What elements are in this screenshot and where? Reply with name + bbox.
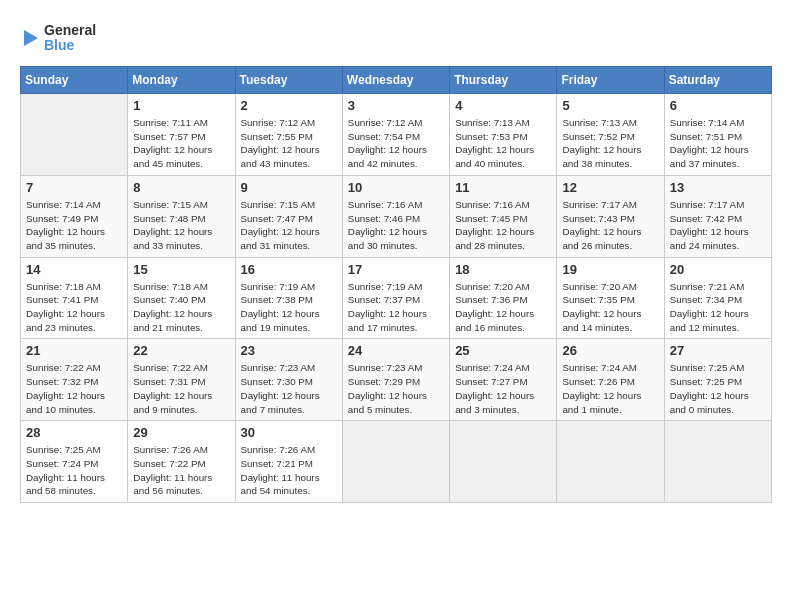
day-number: 22 [133, 343, 229, 358]
day-number: 25 [455, 343, 551, 358]
calendar-cell [557, 421, 664, 503]
calendar-cell: 30Sunrise: 7:26 AMSunset: 7:21 PMDayligh… [235, 421, 342, 503]
calendar-cell: 20Sunrise: 7:21 AMSunset: 7:34 PMDayligh… [664, 257, 771, 339]
calendar-cell: 3Sunrise: 7:12 AMSunset: 7:54 PMDaylight… [342, 94, 449, 176]
calendar-cell: 21Sunrise: 7:22 AMSunset: 7:32 PMDayligh… [21, 339, 128, 421]
day-info: Sunrise: 7:11 AMSunset: 7:57 PMDaylight:… [133, 116, 229, 171]
day-info: Sunrise: 7:13 AMSunset: 7:53 PMDaylight:… [455, 116, 551, 171]
day-info: Sunrise: 7:20 AMSunset: 7:35 PMDaylight:… [562, 280, 658, 335]
day-number: 8 [133, 180, 229, 195]
day-info: Sunrise: 7:12 AMSunset: 7:54 PMDaylight:… [348, 116, 444, 171]
calendar-week-3: 14Sunrise: 7:18 AMSunset: 7:41 PMDayligh… [21, 257, 772, 339]
logo-line2: Blue [44, 38, 96, 53]
calendar-cell: 14Sunrise: 7:18 AMSunset: 7:41 PMDayligh… [21, 257, 128, 339]
calendar-cell: 17Sunrise: 7:19 AMSunset: 7:37 PMDayligh… [342, 257, 449, 339]
day-number: 28 [26, 425, 122, 440]
calendar-cell: 23Sunrise: 7:23 AMSunset: 7:30 PMDayligh… [235, 339, 342, 421]
calendar-week-1: 1Sunrise: 7:11 AMSunset: 7:57 PMDaylight… [21, 94, 772, 176]
day-info: Sunrise: 7:16 AMSunset: 7:46 PMDaylight:… [348, 198, 444, 253]
calendar-cell: 7Sunrise: 7:14 AMSunset: 7:49 PMDaylight… [21, 175, 128, 257]
calendar-cell: 18Sunrise: 7:20 AMSunset: 7:36 PMDayligh… [450, 257, 557, 339]
day-info: Sunrise: 7:18 AMSunset: 7:41 PMDaylight:… [26, 280, 122, 335]
calendar-body: 1Sunrise: 7:11 AMSunset: 7:57 PMDaylight… [21, 94, 772, 503]
calendar-cell: 10Sunrise: 7:16 AMSunset: 7:46 PMDayligh… [342, 175, 449, 257]
calendar-cell: 11Sunrise: 7:16 AMSunset: 7:45 PMDayligh… [450, 175, 557, 257]
calendar-cell: 29Sunrise: 7:26 AMSunset: 7:22 PMDayligh… [128, 421, 235, 503]
calendar-cell: 22Sunrise: 7:22 AMSunset: 7:31 PMDayligh… [128, 339, 235, 421]
calendar-cell [664, 421, 771, 503]
day-info: Sunrise: 7:17 AMSunset: 7:43 PMDaylight:… [562, 198, 658, 253]
calendar-week-2: 7Sunrise: 7:14 AMSunset: 7:49 PMDaylight… [21, 175, 772, 257]
logo: General Blue [20, 20, 96, 56]
svg-marker-0 [24, 30, 38, 46]
calendar-header: SundayMondayTuesdayWednesdayThursdayFrid… [21, 67, 772, 94]
day-info: Sunrise: 7:24 AMSunset: 7:27 PMDaylight:… [455, 361, 551, 416]
page-header: General Blue [20, 20, 772, 56]
header-thursday: Thursday [450, 67, 557, 94]
day-number: 26 [562, 343, 658, 358]
day-info: Sunrise: 7:15 AMSunset: 7:47 PMDaylight:… [241, 198, 337, 253]
calendar-cell [21, 94, 128, 176]
calendar-week-5: 28Sunrise: 7:25 AMSunset: 7:24 PMDayligh… [21, 421, 772, 503]
day-info: Sunrise: 7:14 AMSunset: 7:49 PMDaylight:… [26, 198, 122, 253]
calendar-cell [450, 421, 557, 503]
calendar-table: SundayMondayTuesdayWednesdayThursdayFrid… [20, 66, 772, 503]
day-info: Sunrise: 7:24 AMSunset: 7:26 PMDaylight:… [562, 361, 658, 416]
day-number: 5 [562, 98, 658, 113]
day-info: Sunrise: 7:22 AMSunset: 7:31 PMDaylight:… [133, 361, 229, 416]
calendar-cell: 6Sunrise: 7:14 AMSunset: 7:51 PMDaylight… [664, 94, 771, 176]
calendar-cell: 2Sunrise: 7:12 AMSunset: 7:55 PMDaylight… [235, 94, 342, 176]
day-number: 14 [26, 262, 122, 277]
calendar-cell: 5Sunrise: 7:13 AMSunset: 7:52 PMDaylight… [557, 94, 664, 176]
day-info: Sunrise: 7:19 AMSunset: 7:37 PMDaylight:… [348, 280, 444, 335]
day-info: Sunrise: 7:12 AMSunset: 7:55 PMDaylight:… [241, 116, 337, 171]
day-info: Sunrise: 7:23 AMSunset: 7:29 PMDaylight:… [348, 361, 444, 416]
day-number: 6 [670, 98, 766, 113]
day-info: Sunrise: 7:26 AMSunset: 7:21 PMDaylight:… [241, 443, 337, 498]
day-number: 23 [241, 343, 337, 358]
day-number: 17 [348, 262, 444, 277]
calendar-cell [342, 421, 449, 503]
day-number: 19 [562, 262, 658, 277]
header-wednesday: Wednesday [342, 67, 449, 94]
calendar-cell: 24Sunrise: 7:23 AMSunset: 7:29 PMDayligh… [342, 339, 449, 421]
calendar-cell: 13Sunrise: 7:17 AMSunset: 7:42 PMDayligh… [664, 175, 771, 257]
day-number: 2 [241, 98, 337, 113]
day-info: Sunrise: 7:19 AMSunset: 7:38 PMDaylight:… [241, 280, 337, 335]
day-number: 3 [348, 98, 444, 113]
day-info: Sunrise: 7:25 AMSunset: 7:25 PMDaylight:… [670, 361, 766, 416]
calendar-cell: 1Sunrise: 7:11 AMSunset: 7:57 PMDaylight… [128, 94, 235, 176]
header-friday: Friday [557, 67, 664, 94]
logo-svg [20, 20, 40, 56]
header-tuesday: Tuesday [235, 67, 342, 94]
day-number: 1 [133, 98, 229, 113]
header-monday: Monday [128, 67, 235, 94]
day-number: 4 [455, 98, 551, 113]
calendar-cell: 28Sunrise: 7:25 AMSunset: 7:24 PMDayligh… [21, 421, 128, 503]
day-number: 29 [133, 425, 229, 440]
day-number: 7 [26, 180, 122, 195]
calendar-cell: 26Sunrise: 7:24 AMSunset: 7:26 PMDayligh… [557, 339, 664, 421]
day-number: 15 [133, 262, 229, 277]
logo-line1: General [44, 23, 96, 38]
day-number: 13 [670, 180, 766, 195]
day-number: 9 [241, 180, 337, 195]
calendar-cell: 9Sunrise: 7:15 AMSunset: 7:47 PMDaylight… [235, 175, 342, 257]
day-number: 11 [455, 180, 551, 195]
logo-text: General Blue [44, 23, 96, 54]
calendar-cell: 4Sunrise: 7:13 AMSunset: 7:53 PMDaylight… [450, 94, 557, 176]
day-number: 12 [562, 180, 658, 195]
day-number: 20 [670, 262, 766, 277]
day-number: 24 [348, 343, 444, 358]
header-sunday: Sunday [21, 67, 128, 94]
day-info: Sunrise: 7:13 AMSunset: 7:52 PMDaylight:… [562, 116, 658, 171]
day-number: 16 [241, 262, 337, 277]
day-info: Sunrise: 7:17 AMSunset: 7:42 PMDaylight:… [670, 198, 766, 253]
calendar-cell: 27Sunrise: 7:25 AMSunset: 7:25 PMDayligh… [664, 339, 771, 421]
day-info: Sunrise: 7:14 AMSunset: 7:51 PMDaylight:… [670, 116, 766, 171]
day-number: 10 [348, 180, 444, 195]
day-info: Sunrise: 7:18 AMSunset: 7:40 PMDaylight:… [133, 280, 229, 335]
calendar-cell: 16Sunrise: 7:19 AMSunset: 7:38 PMDayligh… [235, 257, 342, 339]
calendar-cell: 25Sunrise: 7:24 AMSunset: 7:27 PMDayligh… [450, 339, 557, 421]
day-number: 21 [26, 343, 122, 358]
